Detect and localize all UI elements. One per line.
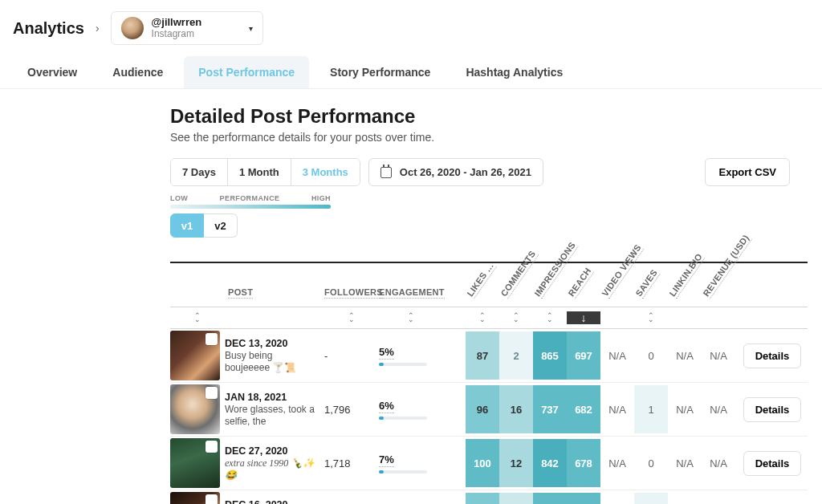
- comments-value: 16: [499, 385, 533, 433]
- col-likes: LIKES …: [465, 261, 496, 299]
- time-range-group: 7 Days 1 Month 3 Months: [170, 158, 360, 186]
- time-range-3months[interactable]: 3 Months: [291, 159, 360, 185]
- details-button[interactable]: Details: [743, 451, 802, 476]
- revenue-value: N/A: [702, 331, 735, 380]
- engagement-bar: [379, 470, 427, 474]
- col-saves: SAVES: [633, 267, 659, 299]
- tabs: Overview Audience Post Performance Story…: [0, 56, 822, 89]
- followers-value: 1,718: [324, 457, 379, 469]
- impressions-value: 842: [533, 439, 567, 487]
- sort-impressions[interactable]: [533, 314, 567, 322]
- date-range-picker[interactable]: Oct 26, 2020 - Jan 26, 2021: [368, 158, 543, 186]
- table-row: DEC 16, 2020 The last supper 🎄✨ #thenedl…: [170, 490, 808, 504]
- carousel-icon: [206, 494, 218, 504]
- linkinbio-value: N/A: [668, 493, 702, 504]
- export-csv-button[interactable]: Export CSV: [705, 158, 790, 186]
- linkinbio-value: N/A: [668, 385, 702, 433]
- comments-value: 2: [499, 331, 533, 380]
- reach-value: 678: [567, 439, 600, 487]
- col-post: POST: [228, 287, 253, 299]
- post-thumbnail[interactable]: [170, 331, 220, 380]
- page-section-title: Analytics: [13, 19, 84, 38]
- version-toggle: v1 v2: [170, 213, 238, 238]
- linkinbio-value: N/A: [668, 331, 702, 380]
- revenue-value: N/A: [702, 493, 735, 504]
- post-thumbnail[interactable]: [170, 384, 220, 434]
- sort-comments[interactable]: [499, 314, 533, 322]
- video-views-value: N/A: [600, 439, 634, 487]
- sort-row: ↓: [170, 307, 808, 329]
- col-reach: REACH: [566, 266, 593, 299]
- likes-value: 100: [466, 439, 499, 487]
- avatar: [121, 17, 144, 39]
- details-button[interactable]: Details: [743, 343, 802, 368]
- caret-down-icon: ▾: [249, 24, 253, 33]
- time-range-1month[interactable]: 1 Month: [228, 159, 291, 185]
- col-revenue: REVENUE (USD): [701, 233, 751, 299]
- account-platform: Instagram: [152, 29, 202, 39]
- video-views-value: N/A: [600, 331, 634, 380]
- engagement-bar: [379, 363, 427, 366]
- post-thumbnail[interactable]: [170, 438, 220, 488]
- carousel-icon: [206, 387, 218, 399]
- post-caption: extra since 1990 🍾✨😂: [225, 457, 319, 482]
- followers-value: -: [324, 350, 379, 362]
- linkinbio-value: N/A: [668, 439, 702, 487]
- likes-value: 87: [466, 331, 499, 380]
- saves-value: 1: [634, 385, 668, 433]
- tab-audience[interactable]: Audience: [98, 56, 177, 88]
- post-date: JAN 18, 2021: [225, 392, 319, 403]
- tab-post-performance[interactable]: Post Performance: [184, 56, 309, 88]
- likes-value: 90: [466, 493, 499, 504]
- reach-value: 682: [567, 385, 600, 433]
- sort-reach[interactable]: ↓: [567, 311, 600, 324]
- post-date: DEC 16, 2020: [225, 499, 319, 505]
- tab-story-performance[interactable]: Story Performance: [315, 56, 445, 88]
- calendar-icon: [380, 167, 392, 178]
- chevron-right-icon: ›: [96, 22, 100, 35]
- col-engagement: ENGAGEMENT: [379, 287, 445, 299]
- comments-value: 12: [499, 439, 533, 487]
- col-linkinbio: LINKIN.BIO: [667, 252, 704, 299]
- sort-saves[interactable]: [634, 314, 668, 322]
- impressions-value: 865: [533, 331, 567, 380]
- revenue-value: N/A: [702, 385, 735, 433]
- engagement-value: 7%: [379, 453, 394, 467]
- col-comments: COMMENTS: [498, 249, 538, 299]
- saves-value: 0: [634, 439, 668, 487]
- sort-engagement[interactable]: [379, 314, 443, 322]
- reach-value: 656: [567, 493, 600, 504]
- version-v1[interactable]: v1: [170, 213, 204, 238]
- account-selector[interactable]: @jillwrren Instagram ▾: [111, 11, 263, 45]
- scale-mid-label: PERFORMANCE: [220, 194, 280, 202]
- engagement-value: 6%: [379, 400, 394, 413]
- reach-value: 697: [567, 331, 600, 380]
- saves-value: 1: [634, 493, 668, 504]
- video-views-value: N/A: [600, 385, 634, 433]
- tab-overview[interactable]: Overview: [13, 56, 92, 88]
- impressions-value: 798: [533, 493, 567, 504]
- impressions-value: 737: [533, 385, 567, 433]
- scale-high-label: HIGH: [311, 194, 331, 202]
- sort-followers[interactable]: [324, 314, 379, 322]
- sort-thumb[interactable]: [170, 314, 225, 322]
- followers-value: 1,796: [324, 404, 379, 416]
- sort-likes[interactable]: [466, 314, 499, 322]
- page-subtitle: See the performance details for your pos…: [170, 131, 822, 144]
- post-caption: Busy being boujeeeee 🍸📜: [225, 350, 319, 374]
- likes-value: 96: [466, 385, 499, 433]
- details-button[interactable]: Details: [743, 397, 802, 422]
- comments-value: 10: [499, 493, 533, 504]
- col-followers: FOLLOWERS: [324, 287, 383, 299]
- saves-value: 0: [634, 331, 668, 380]
- version-v2[interactable]: v2: [204, 213, 238, 238]
- video-views-value: N/A: [600, 493, 634, 504]
- tab-hashtag-analytics[interactable]: Hashtag Analytics: [451, 56, 577, 88]
- account-handle: @jillwrren: [152, 17, 202, 28]
- post-date: DEC 27, 2020: [225, 445, 319, 457]
- post-date: DEC 13, 2020: [225, 338, 319, 349]
- time-range-7days[interactable]: 7 Days: [171, 159, 228, 185]
- date-range-label: Oct 26, 2020 - Jan 26, 2021: [400, 166, 531, 178]
- engagement-value: 5%: [379, 346, 394, 360]
- post-thumbnail[interactable]: [170, 492, 220, 504]
